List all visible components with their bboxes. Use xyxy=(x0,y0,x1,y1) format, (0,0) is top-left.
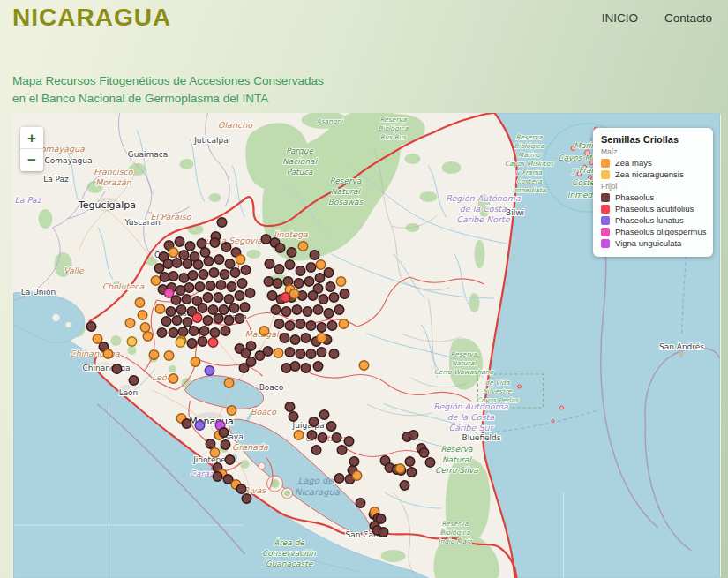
accession-point[interactable] xyxy=(281,364,291,373)
accession-point[interactable] xyxy=(183,318,192,327)
accession-point[interactable] xyxy=(274,319,284,329)
nav-link-inicio[interactable]: INICIO xyxy=(602,11,638,25)
accession-point[interactable] xyxy=(175,237,184,247)
accession-point[interactable] xyxy=(204,257,214,266)
accession-point[interactable] xyxy=(149,350,159,360)
accession-point[interactable] xyxy=(263,347,273,357)
accession-point[interactable] xyxy=(307,431,317,440)
accession-point[interactable] xyxy=(169,272,178,281)
accession-point[interactable] xyxy=(199,327,209,336)
accession-point[interactable] xyxy=(359,361,369,371)
accession-point[interactable] xyxy=(407,468,417,477)
accession-point[interactable] xyxy=(259,327,269,336)
accession-point[interactable] xyxy=(182,295,191,304)
accession-point[interactable] xyxy=(221,440,230,450)
accession-point[interactable] xyxy=(306,263,316,273)
accession-point[interactable] xyxy=(206,439,215,449)
accession-point[interactable] xyxy=(179,274,189,283)
accession-point[interactable] xyxy=(235,314,244,324)
accession-point[interactable] xyxy=(296,319,305,329)
accession-point[interactable] xyxy=(210,448,220,458)
accession-point[interactable] xyxy=(317,323,326,333)
accession-point[interactable] xyxy=(337,446,347,455)
nav-link-contacto[interactable]: Contacto xyxy=(664,11,712,25)
accession-point[interactable] xyxy=(334,305,344,315)
accession-point[interactable] xyxy=(267,291,277,301)
accession-point[interactable] xyxy=(317,334,326,343)
accession-point[interactable] xyxy=(236,484,246,494)
accession-point[interactable] xyxy=(400,481,409,491)
accession-point[interactable] xyxy=(319,295,328,304)
accession-point[interactable] xyxy=(324,268,334,278)
accession-point[interactable] xyxy=(169,248,178,258)
accession-point[interactable] xyxy=(340,289,349,299)
accession-point[interactable] xyxy=(274,349,283,358)
accession-point[interactable] xyxy=(171,296,181,305)
accession-point[interactable] xyxy=(285,348,295,357)
accession-point[interactable] xyxy=(327,321,337,331)
accession-point[interactable] xyxy=(290,362,300,372)
accession-point[interactable] xyxy=(191,357,200,367)
accession-point[interactable] xyxy=(188,271,198,281)
accession-point[interactable] xyxy=(292,305,302,315)
accession-point[interactable] xyxy=(313,362,323,372)
accession-point[interactable] xyxy=(236,255,245,265)
accession-point[interactable] xyxy=(208,338,218,348)
accession-point[interactable] xyxy=(405,457,415,467)
accession-point[interactable] xyxy=(273,279,282,289)
accession-point[interactable] xyxy=(296,349,305,359)
accession-point[interactable] xyxy=(225,259,235,269)
accession-point[interactable] xyxy=(195,421,205,431)
accession-point[interactable] xyxy=(224,295,234,304)
accession-point[interactable] xyxy=(224,379,234,388)
accession-point[interactable] xyxy=(187,339,197,349)
accession-point[interactable] xyxy=(274,265,284,274)
accession-point[interactable] xyxy=(304,277,314,287)
accession-point[interactable] xyxy=(324,309,334,319)
accession-point[interactable] xyxy=(309,417,319,427)
accession-point[interactable] xyxy=(210,328,220,338)
accession-point[interactable] xyxy=(155,304,165,314)
accession-point[interactable] xyxy=(425,458,435,468)
accession-point[interactable] xyxy=(214,314,223,324)
accession-point[interactable] xyxy=(198,304,207,313)
accession-point[interactable] xyxy=(308,291,318,301)
accession-point[interactable] xyxy=(227,406,236,416)
accession-point[interactable] xyxy=(138,311,147,320)
accession-point[interactable] xyxy=(172,316,182,326)
accession-point[interactable] xyxy=(213,472,222,482)
accession-point[interactable] xyxy=(326,282,335,292)
accession-point[interactable] xyxy=(179,251,189,260)
accession-point[interactable] xyxy=(275,244,285,253)
accession-point[interactable] xyxy=(306,349,316,359)
accession-point[interactable] xyxy=(210,238,220,248)
accession-point[interactable] xyxy=(265,259,274,269)
accession-point[interactable] xyxy=(280,334,289,343)
accession-point[interactable] xyxy=(164,351,174,361)
accession-point[interactable] xyxy=(227,282,236,292)
accession-point[interactable] xyxy=(157,328,167,338)
accession-point[interactable] xyxy=(285,260,295,270)
accession-point[interactable] xyxy=(161,317,171,327)
accession-point[interactable] xyxy=(205,366,214,376)
accession-point[interactable] xyxy=(409,431,418,440)
accession-point[interactable] xyxy=(296,266,305,276)
accession-point[interactable] xyxy=(287,248,296,258)
accession-point[interactable] xyxy=(184,283,194,293)
accession-point[interactable] xyxy=(214,255,224,265)
accession-point[interactable] xyxy=(182,419,191,429)
accession-point[interactable] xyxy=(112,364,122,374)
accession-point[interactable] xyxy=(334,474,344,484)
zoom-out-button[interactable]: − xyxy=(20,149,43,171)
accession-point[interactable] xyxy=(176,338,185,348)
accession-point[interactable] xyxy=(285,321,295,331)
accession-point[interactable] xyxy=(313,305,323,315)
accession-point[interactable] xyxy=(339,319,349,329)
accession-point[interactable] xyxy=(203,293,213,303)
map-container[interactable]: TegucigalpaComayaguaLa PazGuaimacaJutica… xyxy=(12,113,721,578)
accession-point[interactable] xyxy=(298,242,308,251)
accession-point[interactable] xyxy=(315,274,325,283)
accession-point[interactable] xyxy=(143,332,153,342)
accession-point[interactable] xyxy=(332,433,341,443)
accession-point[interactable] xyxy=(160,273,169,282)
